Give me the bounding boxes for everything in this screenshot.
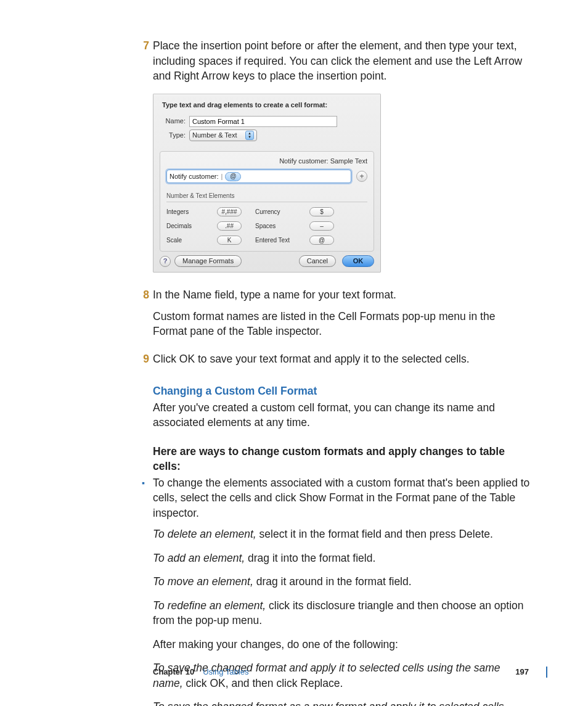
bullet-icon: ▪ xyxy=(142,475,153,706)
manage-formats-button[interactable]: Manage Formats xyxy=(174,255,242,267)
step-9: 9 Click OK to save your text format and … xyxy=(153,351,530,706)
redefine-line: To redefine an element, click its disclo… xyxy=(153,598,530,628)
spaces-token[interactable]: – xyxy=(309,221,334,231)
ok-button[interactable]: OK xyxy=(342,255,374,267)
name-label: Name: xyxy=(162,117,189,126)
elements-grid: Integers #,### Currency $ Decimals .## S… xyxy=(166,207,367,245)
footer-page-number: 197 xyxy=(515,667,529,678)
footer-title: Using Tables xyxy=(203,667,248,678)
name-field[interactable] xyxy=(189,116,337,127)
scale-label: Scale xyxy=(166,236,211,245)
decimals-label: Decimals xyxy=(166,222,211,231)
move-line: To move an element, drag it around in th… xyxy=(153,574,530,589)
page-footer: Chapter 10 Using Tables 197 xyxy=(153,667,547,678)
save-new-name-line: To save the changed format as a new form… xyxy=(153,699,530,706)
insertion-marker: | xyxy=(221,172,223,181)
dialog-header: Type text and drag elements to create a … xyxy=(153,94,380,149)
help-button[interactable]: ? xyxy=(160,256,171,267)
step-9-text: Click OK to save your text format and ap… xyxy=(153,351,530,367)
format-field[interactable]: Notify customer: | @ xyxy=(166,170,351,183)
format-preview: Notify customer: Sample Text xyxy=(166,157,367,166)
step-7-text: Place the insertion point before or afte… xyxy=(153,38,530,84)
step-8: 8 In the Name field, type a name for you… xyxy=(153,287,530,348)
add-element-button[interactable]: + xyxy=(356,171,367,182)
ways-heading: Here are ways to change custom formats a… xyxy=(153,444,530,474)
step-7: 7 Place the insertion point before or af… xyxy=(153,38,530,284)
step-7-number: 7 xyxy=(138,38,149,284)
spaces-label: Spaces xyxy=(255,222,303,231)
dialog-footer: ? Manage Formats Cancel OK xyxy=(153,252,380,272)
currency-token[interactable]: $ xyxy=(309,207,334,216)
bullet-1-text: To change the elements associated with a… xyxy=(153,475,530,521)
step-8-line1: In the Name field, type a name for your … xyxy=(153,287,530,303)
integers-label: Integers xyxy=(166,208,211,216)
after-line: After making your changes, do one of the… xyxy=(153,637,530,652)
step-8-number: 8 xyxy=(138,287,149,348)
dialog-body: Notify customer: Sample Text Notify cust… xyxy=(160,151,374,252)
section-heading: Changing a Custom Cell Format xyxy=(153,384,530,399)
custom-format-dialog: Type text and drag elements to create a … xyxy=(153,94,381,273)
type-label: Type: xyxy=(162,131,189,140)
step-8-line2: Custom format names are listed in the Ce… xyxy=(153,309,530,339)
format-prefix-text: Notify customer: xyxy=(169,172,218,181)
type-select[interactable]: Number & Text ▲▼ xyxy=(189,129,257,141)
add-line: To add an element, drag it into the form… xyxy=(153,551,530,566)
section-intro: After you've created a custom cell forma… xyxy=(153,400,530,430)
entered-text-token[interactable]: @ xyxy=(225,172,241,181)
entered-text-label: Entered Text xyxy=(255,236,303,245)
integers-token[interactable]: #,### xyxy=(217,207,242,216)
type-select-value: Number & Text xyxy=(192,131,237,140)
delete-line: To delete an element, select it in the f… xyxy=(153,527,530,542)
entered-text-token-pill[interactable]: @ xyxy=(309,236,334,245)
decimals-token[interactable]: .## xyxy=(217,221,242,231)
dialog-title: Type text and drag elements to create a … xyxy=(162,101,372,110)
scale-token[interactable]: K xyxy=(217,236,242,245)
elements-heading: Number & Text Elements xyxy=(166,192,367,200)
cancel-button[interactable]: Cancel xyxy=(299,255,336,267)
divider xyxy=(166,202,367,202)
footer-chapter: Chapter 10 xyxy=(153,667,194,678)
select-stepper-icon: ▲▼ xyxy=(245,131,254,140)
currency-label: Currency xyxy=(255,208,303,216)
